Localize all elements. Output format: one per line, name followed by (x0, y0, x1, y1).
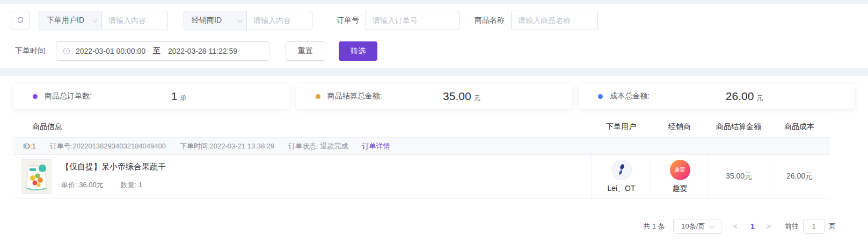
filter-button[interactable]: 筛选 (339, 41, 377, 61)
header-product-info: 商品信息 (13, 122, 592, 132)
order-no-input[interactable] (366, 11, 459, 30)
refresh-icon (16, 16, 25, 26)
current-page[interactable]: 1 (750, 222, 755, 231)
buyer-id-select-label: 下单用户ID (47, 16, 84, 25)
order-meta-row: ID:1 订单号:202201382934032184049400 下单时间:2… (13, 138, 830, 155)
stat-value: 1 (171, 90, 178, 103)
stat-value: 26.00 (726, 90, 754, 103)
buyer-id-input[interactable] (102, 11, 167, 30)
goto-label: 前往 (785, 222, 799, 231)
order-time-label: 下单时间 (15, 46, 45, 56)
prev-page-icon[interactable]: < (733, 222, 738, 231)
stat-unit: 单 (180, 94, 187, 103)
pagination-total: 共 1 条 (643, 222, 665, 231)
dealer-cell: 趣耍 趣耍 (651, 155, 709, 198)
stat-card-settle-total: 商品结算总金额: 35.00 元 (296, 84, 572, 109)
buyer-cell: Lei、OT (592, 155, 651, 198)
stat-label: 商品总订单数: (45, 91, 92, 101)
order-time-range-picker[interactable]: 2022-03-01 00:00:00 至 2022-03-28 11:22:5… (56, 41, 269, 61)
chevron-down-icon (237, 17, 243, 23)
stat-dot (598, 94, 603, 99)
dealer-id-input[interactable] (247, 11, 312, 30)
stat-unit: 元 (474, 94, 480, 103)
product-cell: 【仅自提】呆小帝综合果蔬干 单价: 36.00元 数量: 1 (13, 155, 592, 198)
orders-table: 商品信息 下单用户 经销商 商品结算金额 商品成本 ID:1 订单号:20220… (13, 116, 830, 198)
dealer-id-select[interactable]: 经销商ID (184, 11, 247, 30)
header-settle-amount: 商品结算金额 (709, 122, 769, 132)
header-dealer: 经销商 (651, 122, 709, 132)
order-time-separator: 至 (153, 46, 161, 56)
page-size-value: 10条/页 (681, 222, 705, 231)
cost-amount-cell: 26.00元 (769, 155, 830, 198)
clock-icon (63, 47, 70, 55)
stat-label: 成本总金额: (610, 91, 650, 101)
order-time-end: 2022-03-28 11:22:59 (168, 47, 237, 55)
section-divider (0, 68, 868, 76)
product-image (21, 159, 52, 194)
qty-value: 1 (138, 181, 142, 189)
next-page-icon[interactable]: > (767, 222, 771, 231)
stat-dot (33, 94, 38, 99)
price-label: 单价: (61, 181, 77, 189)
order-time-start: 2022-03-01 00:00:00 (76, 47, 145, 55)
stat-label: 商品结算总金额: (327, 91, 382, 101)
price-value: 36.00元 (79, 181, 104, 189)
stat-card-order-count: 商品总订单数: 1 单 (13, 84, 289, 109)
order-no-label: 订单号 (337, 16, 359, 25)
stat-cards: 商品总订单数: 1 单 商品结算总金额: 35.00 元 成本总金额: 26.0… (13, 84, 855, 109)
dealer-name: 趣耍 (673, 184, 688, 194)
settle-amount: 35.00元 (726, 172, 752, 181)
buyer-id-filter-group: 下单用户ID (39, 11, 167, 30)
buyer-id-select[interactable]: 下单用户ID (39, 11, 102, 30)
dealer-id-select-label: 经销商ID (192, 16, 222, 25)
header-buyer: 下单用户 (592, 122, 651, 132)
order-time: 下单时间:2022-03-21 13:38:29 (180, 141, 274, 151)
content-area: 商品总订单数: 1 单 商品结算总金额: 35.00 元 成本总金额: 26.0… (0, 84, 868, 234)
page-size-select[interactable]: 10条/页 (673, 219, 721, 234)
order-status: 订单状态: 退款完成 (288, 141, 348, 151)
refresh-button[interactable] (11, 11, 30, 30)
cost-amount: 26.00元 (786, 172, 813, 181)
page-unit-label: 页 (829, 222, 836, 231)
qty-label: 数量: (120, 181, 136, 189)
dealer-avatar-text: 趣耍 (675, 166, 685, 174)
order-id: ID:1 (23, 142, 36, 150)
stat-unit: 元 (756, 94, 763, 103)
buyer-name: Lei、OT (607, 184, 635, 194)
product-name-label: 商品名称 (475, 16, 505, 25)
dealer-id-filter-group: 经销商ID (184, 11, 312, 30)
table-header-row: 商品信息 下单用户 经销商 商品结算金额 商品成本 (13, 116, 830, 138)
table-row: 【仅自提】呆小帝综合果蔬干 单价: 36.00元 数量: 1 L (13, 155, 830, 198)
buyer-avatar (611, 160, 632, 180)
filter-panel: 下单用户ID 经销商ID 订单号 商品名称 下单时间 (0, 4, 868, 68)
order-number: 订单号:202201382934032184049400 (50, 141, 166, 151)
stat-dot (316, 94, 320, 99)
order-detail-link[interactable]: 订单详情 (362, 141, 390, 151)
goto-page-input[interactable] (803, 219, 825, 234)
header-cost: 商品成本 (769, 122, 830, 132)
stat-value: 35.00 (443, 90, 471, 103)
dealer-avatar: 趣耍 (670, 160, 690, 180)
chevron-down-icon (709, 223, 714, 229)
chevron-down-icon (92, 17, 98, 23)
reset-button[interactable]: 重置 (286, 41, 325, 61)
settle-amount-cell: 35.00元 (709, 155, 769, 198)
product-name-input[interactable] (511, 11, 598, 30)
pagination: 共 1 条 10条/页 < 1 > 前往 页 (13, 219, 836, 234)
product-title: 【仅自提】呆小帝综合果蔬干 (61, 162, 166, 172)
stat-card-cost-total: 成本总金额: 26.00 元 (579, 84, 855, 109)
page-top-strip (0, 0, 868, 4)
